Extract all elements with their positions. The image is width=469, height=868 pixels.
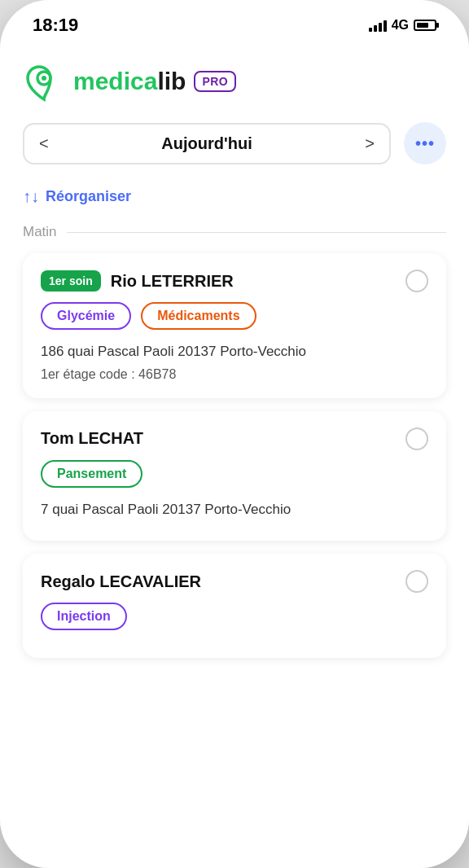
status-icons: 4G — [369, 18, 436, 33]
next-day-button[interactable]: > — [365, 135, 375, 151]
tag-injection[interactable]: Injection — [41, 603, 127, 630]
patient-address-rio: 186 quai Pascal Paoli 20137 Porto-Vecchi… — [41, 341, 428, 362]
notch — [178, 0, 291, 24]
patient-card-rio[interactable]: 1er soin Rio LETERRIER Glycémie Médicame… — [23, 253, 446, 398]
patient-header-tom: Tom LECHAT — [41, 427, 428, 450]
patient-name-regalo: Regalo LECAVALIER — [41, 572, 201, 591]
tags-row-rio: Glycémie Médicaments — [41, 302, 428, 330]
tag-glycemie[interactable]: Glycémie — [41, 302, 131, 330]
status-time: 18:19 — [33, 15, 78, 36]
patient-name-rio: Rio LETERRIER — [111, 272, 234, 291]
more-dots-icon: ••• — [415, 134, 435, 153]
patient-detail-rio: 1er étage code : 46B78 — [41, 367, 428, 382]
tags-row-regalo: Injection — [41, 603, 428, 630]
patient-name-row-regalo: Regalo LECAVALIER — [41, 572, 201, 591]
patient-name-row-tom: Tom LECHAT — [41, 429, 143, 448]
pro-badge: PRO — [194, 71, 236, 92]
patient-select-regalo[interactable] — [405, 570, 428, 593]
prev-day-button[interactable]: < — [39, 135, 49, 151]
phone-frame: 18:19 4G medicalib PRO — [0, 0, 469, 868]
patient-card-tom[interactable]: Tom LECHAT Pansement 7 quai Pascal Paoli… — [23, 411, 446, 541]
patient-header-rio: 1er soin Rio LETERRIER — [41, 270, 428, 292]
more-options-button[interactable]: ••• — [404, 122, 446, 164]
patient-card-regalo[interactable]: Regalo LECAVALIER Injection — [23, 554, 446, 658]
patient-name-row-rio: 1er soin Rio LETERRIER — [41, 270, 234, 292]
patient-address-tom: 7 quai Pascal Paoli 20137 Porto-Vecchio — [41, 499, 428, 520]
network-label: 4G — [392, 18, 409, 33]
first-soin-badge: 1er soin — [41, 270, 101, 292]
battery-icon — [414, 20, 436, 31]
app-content: medicalib PRO < Aujourd'hui > ••• ↑↓ Réo… — [0, 44, 469, 868]
logo-text: medicalib — [73, 68, 186, 95]
reorganize-label: Réorganiser — [46, 188, 131, 205]
app-header: medicalib PRO — [23, 44, 446, 122]
nav-row: < Aujourd'hui > ••• — [23, 122, 446, 164]
date-nav: < Aujourd'hui > — [23, 123, 391, 164]
patient-header-regalo: Regalo LECAVALIER — [41, 570, 428, 593]
tags-row-tom: Pansement — [41, 460, 428, 488]
svg-point-1 — [42, 76, 46, 81]
reorganize-button[interactable]: ↑↓ Réorganiser — [23, 187, 131, 206]
date-label: Aujourd'hui — [62, 134, 353, 153]
logo-wordmark: medicalib PRO — [73, 68, 236, 95]
medicalib-logo-icon — [23, 60, 65, 103]
patient-select-rio[interactable] — [405, 270, 428, 292]
sort-icon: ↑↓ — [23, 187, 39, 206]
signal-bars-icon — [369, 19, 387, 32]
patient-name-tom: Tom LECHAT — [41, 429, 143, 448]
battery-fill — [417, 23, 428, 28]
patient-select-tom[interactable] — [405, 427, 428, 450]
tag-medicaments[interactable]: Médicaments — [141, 302, 256, 330]
tag-pansement[interactable]: Pansement — [41, 460, 142, 488]
morning-section-label: Matin — [23, 224, 446, 240]
